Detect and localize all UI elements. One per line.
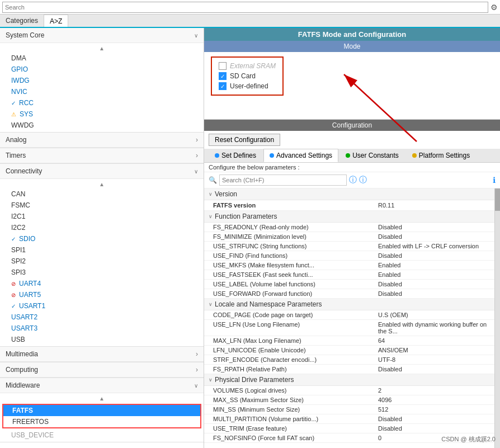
category-header-middleware[interactable]: Middleware ∨ bbox=[0, 378, 204, 393]
pname-max-ss: MAX_SS (Maximum Sector Size) bbox=[213, 397, 378, 403]
pval-lfn-unicode: ANSI/OEM bbox=[378, 347, 490, 353]
tab-label-platform-settings: Platform Settings bbox=[419, 152, 470, 159]
pval-fs-readonly: Disabled bbox=[378, 224, 490, 230]
checkbox-sd-card[interactable]: ✓ bbox=[219, 72, 227, 80]
mode-item-user-defined: ✓ User-defined bbox=[219, 81, 276, 91]
item-sdio[interactable]: SDIO bbox=[0, 233, 204, 244]
scroll-thumb[interactable] bbox=[495, 188, 500, 211]
pname-use-lfn: USE_LFN (Use Long Filename) bbox=[213, 321, 378, 334]
category-label-middleware: Middleware bbox=[6, 381, 40, 389]
label-external-sram: External SRAM bbox=[230, 62, 276, 70]
item-usart2[interactable]: USART2 bbox=[0, 312, 204, 323]
category-header-analog[interactable]: Analog › bbox=[0, 133, 204, 148]
mode-item-sd-card: ✓ SD Card bbox=[219, 71, 276, 81]
tab-categories[interactable]: Categories bbox=[0, 15, 44, 27]
section-timers: Timers › bbox=[0, 148, 204, 164]
param-use-strfunc: USE_STRFUNC (String functions) Enabled w… bbox=[204, 242, 494, 251]
category-header-timers[interactable]: Timers › bbox=[0, 148, 204, 163]
item-uart4[interactable]: UART4 bbox=[0, 278, 204, 289]
tab-a-to-z[interactable]: A>Z bbox=[44, 15, 68, 27]
item-usb[interactable]: USB bbox=[0, 334, 204, 345]
item-i2c1[interactable]: I2C1 bbox=[0, 211, 204, 222]
group-label-locale: Locale and Namespace Parameters bbox=[215, 300, 322, 308]
info-icon-2[interactable]: ⓘ bbox=[359, 175, 367, 185]
category-header-connectivity[interactable]: Connectivity ∨ bbox=[0, 164, 204, 179]
chevron-function: ∨ bbox=[209, 214, 213, 219]
dot-advanced-settings bbox=[270, 153, 274, 158]
item-fatfs[interactable]: FATFS bbox=[3, 405, 200, 416]
chevron-locale: ∨ bbox=[209, 301, 213, 307]
search-input[interactable] bbox=[2, 2, 488, 13]
section-system-core: System Core ∨ ▲ DMA GPIO IWDG NVIC RCC S… bbox=[0, 28, 204, 133]
item-spi3[interactable]: SPI3 bbox=[0, 267, 204, 278]
left-panel: System Core ∨ ▲ DMA GPIO IWDG NVIC RCC S… bbox=[0, 28, 204, 448]
item-i2c2[interactable]: I2C2 bbox=[0, 222, 204, 233]
param-search-input[interactable] bbox=[219, 175, 347, 186]
main-layout: System Core ∨ ▲ DMA GPIO IWDG NVIC RCC S… bbox=[0, 28, 500, 448]
item-usart1[interactable]: USART1 bbox=[0, 300, 204, 312]
pname-use-find: USE_FIND (Find functions) bbox=[213, 252, 378, 259]
item-fsmc[interactable]: FSMC bbox=[0, 200, 204, 211]
param-code-page: CODE_PAGE (Code page on target) U.S (OEM… bbox=[204, 310, 494, 320]
item-iwdg[interactable]: IWDG bbox=[0, 75, 204, 86]
middleware-items: ▲ FATFS FREERTOS USB_DEVICE bbox=[0, 393, 204, 442]
pval-use-strfunc: Enabled with LF -> CRLF conversion bbox=[378, 243, 490, 249]
category-header-computing[interactable]: Computing › bbox=[0, 362, 204, 378]
tab-set-defines[interactable]: Set Defines bbox=[209, 149, 262, 162]
pval-use-label: Disabled bbox=[378, 281, 490, 287]
item-nvic[interactable]: NVIC bbox=[0, 86, 204, 97]
category-label-multimedia: Multimedia bbox=[6, 350, 38, 358]
config-content: Reset Configuration Set Defines Advanced… bbox=[204, 131, 500, 448]
item-dma[interactable]: DMA bbox=[0, 53, 204, 64]
item-wwdg[interactable]: WWDG bbox=[0, 120, 204, 131]
dot-user-constants bbox=[346, 153, 350, 158]
search-bar: 🔍 ⓘ ⓘ ℹ bbox=[204, 172, 500, 188]
item-rcc[interactable]: RCC bbox=[0, 97, 204, 109]
pname-use-strfunc: USE_STRFUNC (String functions) bbox=[213, 243, 378, 249]
item-gpio[interactable]: GPIO bbox=[0, 64, 204, 75]
info-icon-1[interactable]: ⓘ bbox=[349, 175, 357, 185]
tab-user-constants[interactable]: User Constants bbox=[339, 149, 405, 162]
sort-arrow-conn: ▲ bbox=[0, 180, 204, 188]
scroll-bar[interactable] bbox=[494, 188, 500, 448]
section-computing: Computing › bbox=[0, 362, 204, 378]
category-header-system-core[interactable]: System Core ∨ bbox=[0, 28, 204, 43]
tab-advanced-settings[interactable]: Advanced Settings bbox=[263, 149, 338, 162]
param-use-label: USE_LABEL (Volume label functions) Disab… bbox=[204, 280, 494, 289]
group-label-function: Function Parameters bbox=[215, 213, 277, 220]
item-sys[interactable]: SYS bbox=[0, 109, 204, 120]
category-label-connectivity: Connectivity bbox=[6, 167, 42, 175]
label-user-defined: User-defined bbox=[230, 82, 268, 90]
item-spi1[interactable]: SPI1 bbox=[0, 244, 204, 256]
category-header-multimedia[interactable]: Multimedia › bbox=[0, 347, 204, 362]
pname-min-ss: MIN_SS (Minimum Sector Size) bbox=[213, 406, 378, 413]
reset-config-button[interactable]: Reset Configuration bbox=[209, 134, 280, 146]
section-analog: Analog › bbox=[0, 133, 204, 148]
section-middleware: Middleware ∨ ▲ FATFS FREERTOS USB_DEVICE bbox=[0, 378, 204, 442]
pname-use-mkfs: USE_MKFS (Make filesystem funct... bbox=[213, 262, 378, 268]
gear-icon[interactable]: ⚙ bbox=[490, 3, 498, 12]
checkbox-external-sram[interactable] bbox=[219, 62, 227, 70]
category-label-system-core: System Core bbox=[6, 31, 44, 39]
item-usb-device[interactable]: USB_DEVICE bbox=[0, 430, 204, 441]
tab-label-user-constants: User Constants bbox=[352, 152, 399, 159]
item-spi2[interactable]: SPI2 bbox=[0, 256, 204, 267]
pval-multi-partition: Disabled bbox=[378, 416, 490, 422]
category-label-computing: Computing bbox=[6, 366, 38, 374]
item-freertos[interactable]: FREERTOS bbox=[3, 416, 200, 427]
dot-set-defines bbox=[215, 153, 219, 158]
param-fatfs-version: FATFS version R0.11 bbox=[204, 200, 494, 211]
chevron-connectivity: ∨ bbox=[194, 168, 198, 175]
item-uart5[interactable]: UART5 bbox=[0, 289, 204, 300]
tab-platform-settings[interactable]: Platform Settings bbox=[406, 149, 476, 162]
item-usart3[interactable]: USART3 bbox=[0, 323, 204, 334]
item-can[interactable]: CAN bbox=[0, 188, 204, 200]
pval-use-trim: Disabled bbox=[378, 425, 490, 432]
info-icon-3[interactable]: ℹ bbox=[493, 176, 496, 185]
dot-platform-settings bbox=[412, 153, 417, 158]
param-use-trim: USE_TRIM (Erase feature) Disabled bbox=[204, 424, 494, 433]
checkbox-user-defined[interactable]: ✓ bbox=[219, 82, 227, 90]
pval-max-ss: 4096 bbox=[378, 397, 490, 403]
pname-fs-minimize: FS_MINIMIZE (Minimization level) bbox=[213, 233, 378, 240]
category-label-analog: Analog bbox=[6, 136, 26, 144]
